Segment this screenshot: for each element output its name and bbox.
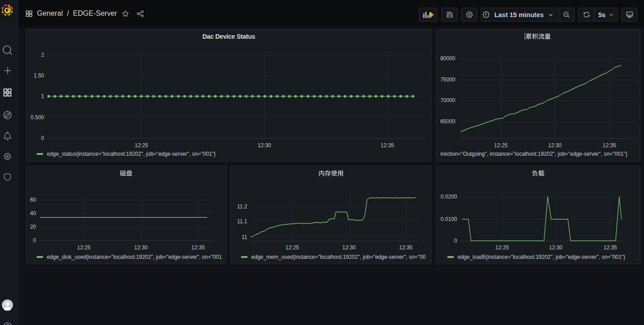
svg-text:edge_mem_used{instance="localh: edge_mem_used{instance="localhost:19202"… [251,254,426,260]
svg-text:2: 2 [41,52,44,58]
svg-text:12:30: 12:30 [258,142,271,149]
svg-text:65000: 65000 [440,118,456,125]
svg-text:0: 0 [33,237,36,244]
svg-text:11.1: 11.1 [237,218,248,225]
svg-text:75000: 75000 [440,77,456,83]
svg-text:20: 20 [30,224,36,230]
svg-text:12:30: 12:30 [134,244,148,251]
svg-text:12:35: 12:35 [603,244,617,251]
svg-text:70000: 70000 [440,97,456,104]
svg-text:11.2: 11.2 [237,203,248,210]
svg-text:edge_disk_used{instance="local: edge_disk_used{instance="localhost:19202… [47,254,222,260]
svg-text:12:35: 12:35 [191,244,205,251]
svg-text:0: 0 [41,135,44,141]
svg-text:irection="Outgoing", instance=: irection="Outgoing", instance="localhost… [440,151,627,157]
svg-text:0.0100: 0.0100 [440,216,457,222]
svg-text:0: 0 [454,238,457,244]
svg-text:12:25: 12:25 [286,244,299,251]
svg-text:12:25: 12:25 [135,142,148,149]
svg-text:1.50: 1.50 [34,72,45,79]
svg-text:12:30: 12:30 [549,244,562,251]
svg-text:12:35: 12:35 [399,244,413,251]
svg-text:12:30: 12:30 [342,244,356,251]
svg-text:11: 11 [242,234,248,240]
svg-text:0.500: 0.500 [31,114,44,121]
svg-text:12:25: 12:25 [495,244,509,251]
svg-text:0.0200: 0.0200 [440,194,457,200]
svg-text:12:30: 12:30 [548,142,562,149]
svg-text:12:35: 12:35 [381,142,394,149]
svg-text:12:35: 12:35 [603,142,616,149]
svg-text:80000: 80000 [440,55,456,62]
svg-text:40: 40 [30,210,36,217]
svg-text:12:25: 12:25 [494,142,508,149]
svg-text:edge_status{instance="localhos: edge_status{instance="localhost:19202", … [47,151,216,157]
svg-text:edge_load5{instance="localhost: edge_load5{instance="localhost:19202", j… [458,254,625,260]
svg-text:60: 60 [30,197,36,203]
svg-text:1: 1 [41,93,44,99]
svg-text:12:25: 12:25 [77,244,91,251]
